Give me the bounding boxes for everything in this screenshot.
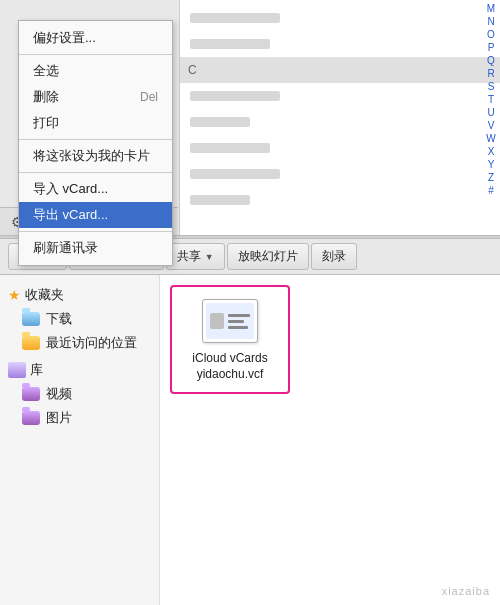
- menu-item-select-all[interactable]: 全选: [19, 58, 172, 84]
- vcf-icon: [200, 297, 260, 345]
- watermark: xiazaiba: [442, 585, 490, 597]
- share-arrow: ▼: [205, 252, 214, 262]
- vcard-inner: [206, 303, 254, 339]
- contact-row-4: [180, 109, 500, 135]
- section-header-c: C: [180, 57, 500, 83]
- contact-row-3: [180, 83, 500, 109]
- contact-row-1: [180, 5, 500, 31]
- context-menu: 偏好设置... 全选 删除 Del 打印 将这张设为我的卡片 导入 vCard.…: [18, 20, 173, 266]
- vcf-file-item[interactable]: iCloud vCards yidaochu.vcf: [170, 285, 290, 394]
- share-button[interactable]: 共享 ▼: [166, 243, 225, 270]
- nav-pane: ★ 收藏夹 下载 最近访问的位置 库 视频 图片: [0, 275, 160, 605]
- contacts-panel: 偏好设置... 全选 删除 Del 打印 将这张设为我的卡片 导入 vCard.…: [0, 0, 500, 235]
- alpha-X[interactable]: X: [488, 145, 495, 158]
- vcard-line-1: [228, 314, 250, 317]
- vcard-graphic: [202, 299, 258, 343]
- alpha-O[interactable]: O: [487, 28, 495, 41]
- contact-blur-5: [190, 143, 270, 153]
- contact-blur-3: [190, 91, 280, 101]
- nav-item-video[interactable]: 视频: [0, 382, 159, 406]
- alpha-P[interactable]: P: [488, 41, 495, 54]
- alpha-V[interactable]: V: [488, 119, 495, 132]
- contact-blur-6: [190, 169, 280, 179]
- menu-separator-4: [19, 231, 172, 232]
- video-folder-icon: [22, 387, 40, 401]
- alpha-M[interactable]: M: [487, 2, 495, 15]
- menu-separator-2: [19, 139, 172, 140]
- alpha-S[interactable]: S: [488, 80, 495, 93]
- vcard-line-2: [228, 320, 244, 323]
- file-area: iCloud vCards yidaochu.vcf: [160, 275, 500, 605]
- alpha-Y[interactable]: Y: [488, 158, 495, 171]
- alpha-R[interactable]: R: [487, 67, 494, 80]
- contacts-list-area: 偏好设置... 全选 删除 Del 打印 将这张设为我的卡片 导入 vCard.…: [0, 0, 180, 235]
- contacts-right: C M N O P Q R S: [180, 0, 500, 235]
- alpha-hash[interactable]: #: [488, 184, 494, 197]
- menu-separator-1: [19, 54, 172, 55]
- nav-item-downloads[interactable]: 下载: [0, 307, 159, 331]
- alpha-Q[interactable]: Q: [487, 54, 495, 67]
- menu-item-refresh[interactable]: 刷新通讯录: [19, 235, 172, 261]
- alpha-W[interactable]: W: [486, 132, 495, 145]
- menu-item-export-vcard[interactable]: 导出 vCard...: [19, 202, 172, 228]
- alpha-Z[interactable]: Z: [488, 171, 494, 184]
- alphabet-sidebar: M N O P Q R S T U V W X Y Z #: [482, 0, 500, 235]
- contact-row-2: [180, 31, 500, 57]
- explorer-panel: 组织 ▼ 包含到库中 ▼ 共享 ▼ 放映幻灯片 刻录 ★ 收藏夹: [0, 239, 500, 605]
- menu-item-print[interactable]: 打印: [19, 110, 172, 136]
- contact-rows: C: [180, 0, 500, 218]
- pictures-folder-icon: [22, 411, 40, 425]
- contact-row-7: [180, 187, 500, 213]
- explorer-content: ★ 收藏夹 下载 最近访问的位置 库 视频 图片: [0, 275, 500, 605]
- vcard-photo: [210, 313, 224, 329]
- contact-blur-2: [190, 39, 270, 49]
- favorites-star-icon: ★: [8, 287, 21, 303]
- contact-blur-4: [190, 117, 250, 127]
- alpha-T[interactable]: T: [488, 93, 494, 106]
- alpha-N[interactable]: N: [487, 15, 494, 28]
- vcard-lines: [228, 314, 250, 329]
- nav-item-recent[interactable]: 最近访问的位置: [0, 331, 159, 355]
- contact-row-5: [180, 135, 500, 161]
- menu-separator-3: [19, 172, 172, 173]
- library-section-header[interactable]: 库: [0, 355, 159, 382]
- slideshow-button[interactable]: 放映幻灯片: [227, 243, 309, 270]
- vcard-line-3: [228, 326, 248, 329]
- menu-item-set-my-card[interactable]: 将这张设为我的卡片: [19, 143, 172, 169]
- menu-item-delete[interactable]: 删除 Del: [19, 84, 172, 110]
- favorites-section-header[interactable]: ★ 收藏夹: [0, 283, 159, 307]
- menu-item-preferences[interactable]: 偏好设置...: [19, 25, 172, 51]
- library-icon: [8, 362, 26, 378]
- menu-item-import-vcard[interactable]: 导入 vCard...: [19, 176, 172, 202]
- file-name: iCloud vCards yidaochu.vcf: [192, 351, 267, 382]
- burn-button[interactable]: 刻录: [311, 243, 357, 270]
- alpha-U[interactable]: U: [487, 106, 494, 119]
- contact-row-6: [180, 161, 500, 187]
- contact-blur-7: [190, 195, 250, 205]
- recent-folder-icon: [22, 336, 40, 350]
- downloads-folder-icon: [22, 312, 40, 326]
- contact-blur-1: [190, 13, 280, 23]
- nav-item-pictures[interactable]: 图片: [0, 406, 159, 430]
